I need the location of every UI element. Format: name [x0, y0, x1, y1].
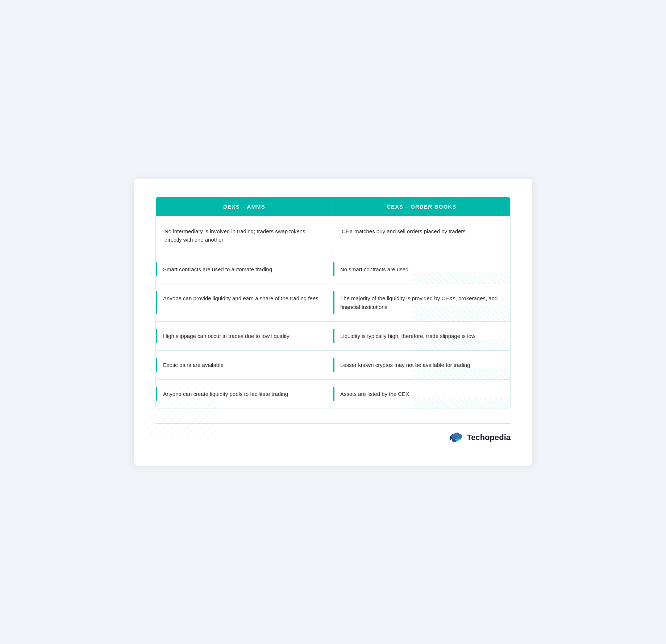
cell-left-0: No intermediary is involved in trading; …	[156, 216, 333, 255]
cell-right-text-1: No smart contracts are used	[340, 266, 408, 272]
cell-right-1: No smart contracts are used	[333, 255, 510, 284]
cell-left-text-2: Anyone can provide liquidity and earn a …	[163, 295, 319, 301]
cell-right-4: Lesser known cryptos may not be availabl…	[333, 351, 510, 379]
cell-left-text-0: No intermediary is involved in trading; …	[165, 228, 305, 243]
hatch-decoration	[413, 339, 510, 350]
cell-right-text-0: CEX matches buy and sell orders placed b…	[342, 228, 466, 234]
cell-right-0: CEX matches buy and sell orders placed b…	[333, 216, 510, 255]
table-row: Smart contracts are used to automate tra…	[156, 255, 510, 284]
table-row: High slippage can occur in trades due to…	[156, 321, 510, 350]
brand-name: Techopedia	[467, 433, 511, 442]
cell-right-5: Assets are listed by the CEX	[333, 380, 510, 408]
cell-left-4: Exotic pairs are available	[156, 351, 333, 379]
techopedia-logo-icon	[449, 431, 462, 444]
header-dex: DEXS – AMMS	[156, 197, 333, 216]
hatch-decoration	[413, 397, 510, 409]
hatch-decoration	[413, 272, 510, 284]
table-header: DEXS – AMMS CEXS – ORDER BOOKS	[156, 197, 510, 216]
cell-left-text-3: High slippage can occur in trades due to…	[163, 333, 290, 339]
cell-right-text-3: Liquidity is typically high, therefore, …	[340, 333, 475, 339]
comparison-table: DEXS – AMMS CEXS – ORDER BOOKS No interm…	[155, 197, 511, 409]
header-cex: CEXS – ORDER BOOKS	[333, 197, 510, 216]
cell-left-2: Anyone can provide liquidity and earn a …	[156, 284, 333, 321]
table-row: Anyone can create liquidity pools to fac…	[156, 379, 510, 408]
cell-left-5: Anyone can create liquidity pools to fac…	[156, 380, 333, 408]
cell-right-text-4: Lesser known cryptos may not be availabl…	[340, 362, 470, 368]
cell-right-2: The majority of the liquidity is provide…	[333, 284, 510, 321]
hatch-decoration	[413, 306, 510, 321]
table-row: Exotic pairs are availableLesser known c…	[156, 350, 510, 379]
cell-left-text-5: Anyone can create liquidity pools to fac…	[163, 391, 288, 397]
table-row: Anyone can provide liquidity and earn a …	[156, 284, 510, 321]
cell-left-1: Smart contracts are used to automate tra…	[156, 255, 333, 284]
cell-left-3: High slippage can occur in trades due to…	[156, 322, 333, 350]
cell-left-text-4: Exotic pairs are available	[163, 362, 224, 368]
table-row: No intermediary is involved in trading; …	[156, 216, 510, 255]
footer: Techopedia	[155, 423, 511, 444]
hatch-decoration	[413, 368, 510, 380]
cell-left-text-1: Smart contracts are used to automate tra…	[163, 266, 272, 272]
main-card: DEXS – AMMS CEXS – ORDER BOOKS No interm…	[134, 179, 532, 466]
cell-right-text-5: Assets are listed by the CEX	[340, 391, 409, 397]
brand-container: Techopedia	[449, 431, 511, 444]
cell-right-3: Liquidity is typically high, therefore, …	[333, 322, 510, 350]
table-body: No intermediary is involved in trading; …	[156, 216, 510, 409]
